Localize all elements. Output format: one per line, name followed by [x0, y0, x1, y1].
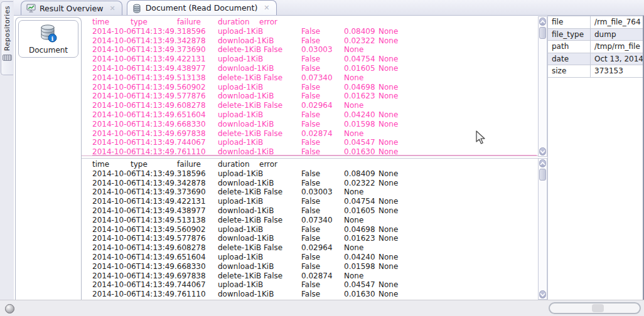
metadata-key: file: [548, 16, 591, 28]
text-cell: False: [301, 120, 320, 129]
text-cell: 0.04547: [344, 138, 375, 147]
text-cell: None: [344, 216, 363, 225]
text-cell: 2014-10-06T14:13:49.577876: [92, 234, 206, 243]
text-cell: False: [301, 197, 320, 206]
text-cell: 2014-10-06T14:13:49.342878: [92, 36, 206, 46]
text-cell: None: [378, 36, 398, 46]
text-cell: None: [378, 92, 398, 101]
drawer-icon: [3, 55, 12, 61]
close-icon[interactable]: ✕: [264, 4, 269, 11]
text-cell: 0.01630: [344, 147, 375, 156]
text-cell: None: [378, 280, 398, 290]
text-cell: 2014-10-06T14:13:49.651604: [92, 253, 206, 262]
renderer-card-document[interactable]: i Document: [18, 20, 78, 58]
text-cell: upload-1KiB: [218, 225, 263, 234]
text-cell: 0.01623: [344, 234, 375, 243]
text-cell: failure: [177, 160, 201, 169]
metadata-key: file_type: [548, 29, 591, 41]
text-cell: download-1KiB: [218, 262, 274, 271]
text-cell: delete-1KiB False: [218, 187, 282, 197]
text-cell: None: [378, 225, 398, 234]
tab-result-overview[interactable]: Result Overview✕: [21, 1, 122, 15]
document-data-line: 2014-10-06T14:13:49.342878download-1KiBF…: [82, 179, 543, 188]
database-icon: [132, 4, 142, 13]
text-cell: download-1KiB: [218, 64, 274, 73]
text-cell: 2014-10-06T14:13:49.318596: [92, 27, 206, 36]
metadata-panel: file/rm_file_764file_typedumppath/tmp/rm…: [547, 16, 644, 300]
text-cell: False: [301, 83, 320, 92]
text-cell: False: [301, 225, 320, 234]
database-info-icon: i: [38, 23, 59, 46]
chart-icon: [26, 4, 36, 13]
text-cell: 2014-10-06T14:13:49.608278: [92, 243, 206, 253]
memory-gauge-segment: [592, 304, 604, 312]
metadata-row-size: size373153: [548, 65, 643, 78]
text-cell: None: [378, 169, 398, 179]
metadata-row-file: file/rm_file_764: [548, 16, 643, 29]
text-cell: None: [344, 101, 363, 110]
scrollbar-thumb[interactable]: [539, 27, 546, 39]
scroll-down-button[interactable]: [539, 290, 546, 298]
document-data-line: 2014-10-06T14:13:49.668330download-1KiBF…: [82, 120, 543, 129]
text-cell: 2014-10-06T14:13:49.438977: [92, 64, 206, 73]
close-icon[interactable]: ✕: [109, 5, 115, 12]
text-cell: upload-1KiB: [218, 280, 263, 290]
scrollbar-bottom-pane[interactable]: [538, 158, 547, 300]
text-cell: error: [259, 18, 277, 27]
text-cell: 0.04240: [344, 110, 375, 120]
text-cell: None: [378, 138, 398, 147]
text-cell: 2014-10-06T14:13:49.577876: [92, 92, 206, 101]
text-cell: None: [344, 73, 363, 83]
app-window: { "tab_bar": { "tabs": [ { "label": "Res…: [0, 0, 644, 316]
text-cell: None: [344, 271, 363, 281]
text-cell: 2014-10-06T14:13:49.342878: [92, 179, 206, 188]
text-cell: 0.04754: [344, 55, 375, 64]
scrollbar-top-pane[interactable]: [538, 16, 547, 157]
text-cell: 0.04754: [344, 197, 375, 206]
text-cell: False: [301, 138, 320, 147]
repositories-vertical-tab[interactable]: Repositories: [1, 1, 13, 75]
metadata-key: size: [548, 65, 591, 77]
text-cell: False: [301, 110, 320, 120]
document-data-line: 2014-10-06T14:13:49.744067upload-1KiBFal…: [82, 280, 543, 290]
text-cell: 0.01630: [344, 290, 375, 299]
text-cell: upload-1KiB: [218, 55, 263, 64]
text-cell: error: [259, 160, 277, 169]
scrollbar-thumb[interactable]: [539, 169, 546, 181]
text-cell: False: [301, 92, 320, 101]
text-cell: 2014-10-06T14:13:49.560902: [92, 225, 206, 234]
metadata-value: /rm_file_764: [591, 16, 643, 28]
text-cell: upload-1KiB: [218, 197, 263, 206]
document-data-line: 2014-10-06T14:13:49.438977download-1KiBF…: [82, 64, 543, 73]
document-text-pane-plain[interactable]: timetypefailuredurationerror2014-10-06T1…: [82, 158, 543, 300]
text-cell: 2014-10-06T14:13:49.697838: [92, 129, 206, 139]
document-text-pane-selected[interactable]: timetypefailuredurationerror2014-10-06T1…: [82, 16, 543, 156]
text-cell: None: [344, 187, 363, 197]
tab-document-read-document-[interactable]: Document (Read Document)✕: [127, 0, 277, 15]
tab-bar: Result Overview✕Document (Read Document)…: [14, 0, 644, 16]
text-cell: None: [378, 147, 398, 156]
text-cell: 2014-10-06T14:13:49.373690: [92, 45, 206, 55]
text-cell: 2014-10-06T14:13:49.761110: [92, 290, 206, 299]
scroll-up-button[interactable]: [539, 18, 546, 26]
document-data-line: 2014-10-06T14:13:49.438977download-1KiBF…: [82, 206, 543, 216]
scroll-up-button[interactable]: [539, 159, 546, 167]
status-bar: [0, 300, 644, 316]
text-cell: 0.04547: [344, 280, 375, 290]
text-cell: upload-1KiB: [218, 138, 263, 147]
text-cell: 2014-10-06T14:13:49.422131: [92, 55, 206, 64]
metadata-table: file/rm_file_764file_typedumppath/tmp/rm…: [548, 16, 643, 78]
text-cell: None: [378, 179, 398, 188]
text-cell: 0.01598: [344, 262, 375, 271]
metadata-row-date: dateOct 13, 2014: [548, 53, 643, 66]
text-cell: 0.01605: [344, 64, 375, 73]
text-cell: 0.04698: [344, 225, 375, 234]
scroll-down-button[interactable]: [539, 147, 546, 155]
result-display-area: i Document timetypefailuredurationerror2…: [14, 16, 644, 300]
text-cell: delete-1KiB False: [218, 216, 282, 225]
text-cell: None: [378, 253, 398, 262]
document-data-line: 2014-10-06T14:13:49.342878download-1KiBF…: [82, 36, 543, 46]
text-cell: download-1KiB: [218, 120, 274, 129]
svg-text:i: i: [51, 35, 54, 42]
status-led-icon: [5, 304, 14, 313]
